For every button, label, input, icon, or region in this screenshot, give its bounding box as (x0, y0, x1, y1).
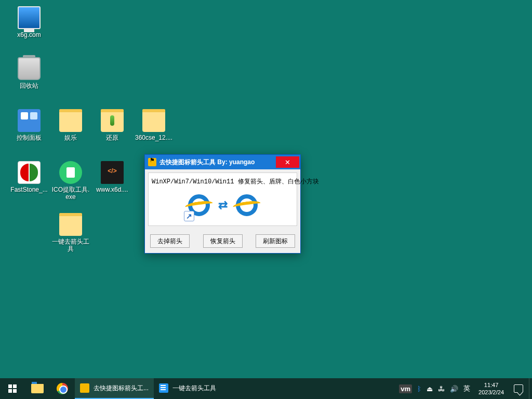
swap-arrows-icon: ⇄ (218, 198, 228, 212)
desktop-icon-restore[interactable]: 还原 (92, 109, 132, 141)
icon-label: 娱乐 (51, 134, 90, 141)
desktop-icon-recycle[interactable]: 回收站 (9, 57, 49, 89)
icon-label: ICO提取工具.exe (51, 186, 90, 201)
description-text: WinXP/Win7/Win10/Win11 修复箭头、盾牌、白色小方块 (152, 177, 294, 186)
usb-tray-icon[interactable]: ⏏ (427, 385, 433, 393)
taskbar: 去快捷图标箭头工...一键去箭头工具 vm ᛒ ⏏ 🖧 🔊 英 11:47 20… (0, 378, 532, 399)
vm-tray-icon[interactable]: vm (399, 384, 412, 393)
app-window: 去快捷图标箭头工具 By: yuangao ✕ WinXP/Win7/Win10… (144, 154, 301, 254)
folder-icon (59, 109, 82, 132)
trash-icon (18, 57, 41, 80)
volume-tray-icon[interactable]: 🔊 (450, 385, 458, 393)
ime-indicator[interactable]: 英 (463, 384, 470, 393)
monitor-icon (18, 6, 41, 29)
taskbar-item-label: 去快捷图标箭头工... (94, 384, 149, 393)
network-tray-icon[interactable]: 🖧 (438, 385, 445, 393)
desktop-icon-fast[interactable]: FastStone_... (9, 161, 49, 193)
start-button[interactable] (0, 378, 25, 399)
icon-label: FastStone_... (9, 186, 49, 193)
action-center-button[interactable] (508, 378, 529, 399)
folder-icon (142, 109, 165, 132)
taskbar-file-explorer[interactable] (25, 378, 50, 399)
icon-label: 控制面板 (9, 134, 49, 141)
clock-time: 11:47 (478, 381, 504, 389)
desktop-icon-x6d[interactable]: www.x6d.... (92, 161, 132, 193)
taskbar-item-label: 一键去箭头工具 (172, 384, 216, 393)
button-row: 去掉箭头 恢复箭头 刷新图标 (148, 229, 297, 250)
taskbar-item-0[interactable]: 去快捷图标箭头工... (75, 378, 154, 399)
icon-label: www.x6d.... (92, 186, 132, 193)
icon-swap-graphic: ↗ ⇄ (152, 191, 294, 219)
folder-icon (59, 213, 82, 236)
desktop-icon-x6g[interactable]: x6g.com (9, 6, 49, 38)
taskbar-browser[interactable] (50, 378, 75, 399)
icon-label: 回收站 (9, 82, 49, 89)
ie-icon-clean (233, 191, 261, 219)
ico-icon (59, 161, 82, 184)
icon-label: 360cse_12.... (134, 134, 174, 141)
app-body: WinXP/Win7/Win10/Win11 修复箭头、盾牌、白色小方块 ↗ ⇄ (148, 172, 297, 226)
desktop[interactable]: x6g.com回收站控制面板娱乐还原360cse_12....FastStone… (0, 0, 532, 399)
file-explorer-icon (31, 384, 44, 393)
taskbar-clock[interactable]: 11:47 2023/2/24 (474, 381, 508, 396)
clock-date: 2023/2/24 (478, 389, 504, 396)
fast-icon (18, 161, 41, 184)
desktop-icon-icoext[interactable]: ICO提取工具.exe (51, 161, 90, 201)
taskbar-item-icon (80, 383, 89, 393)
remove-arrow-button[interactable]: 去掉箭头 (150, 234, 190, 248)
icon-label: x6g.com (9, 31, 49, 38)
desktop-icon-360[interactable]: 360cse_12.... (134, 109, 174, 141)
system-tray: vm ᛒ ⏏ 🖧 🔊 英 (395, 384, 474, 393)
refresh-icons-button[interactable]: 刷新图标 (256, 234, 295, 248)
restore-arrow-button[interactable]: 恢复箭头 (203, 234, 243, 248)
cp-icon (18, 109, 41, 132)
desktop-icon-cp[interactable]: 控制面板 (9, 109, 49, 141)
folder-green-icon (101, 109, 124, 132)
windows-logo-icon (8, 384, 17, 393)
icon-label: 还原 (92, 134, 132, 141)
desktop-icon-ent[interactable]: 娱乐 (51, 109, 90, 141)
notification-icon (514, 384, 523, 393)
app-icon (148, 158, 156, 166)
icon-label: 一键去箭头工具 (51, 238, 90, 252)
bluetooth-tray-icon[interactable]: ᛒ (417, 385, 421, 393)
show-desktop-button[interactable] (529, 378, 532, 399)
taskbar-item-icon (159, 383, 168, 393)
ie-icon-with-shortcut: ↗ (185, 191, 213, 219)
taskbar-item-1[interactable]: 一键去箭头工具 (154, 378, 221, 399)
titlebar[interactable]: 去快捷图标箭头工具 By: yuangao ✕ (145, 155, 300, 169)
desktop-icon-arrowtool[interactable]: 一键去箭头工具 (51, 213, 90, 252)
shortcut-arrow-overlay: ↗ (184, 211, 194, 221)
html-icon (101, 161, 124, 184)
close-button[interactable]: ✕ (276, 156, 299, 168)
browser-icon (57, 383, 68, 394)
window-title: 去快捷图标箭头工具 By: yuangao (159, 158, 276, 167)
